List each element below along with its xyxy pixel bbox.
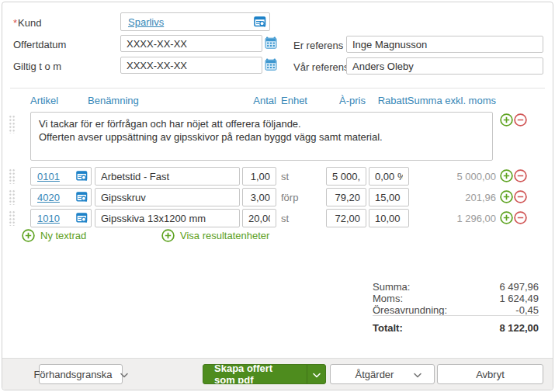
row-remove-icon[interactable]	[514, 211, 527, 224]
visa-resultatenheter-label: Visa resultatenheter	[180, 230, 269, 241]
row-drag-handle-icon[interactable]	[9, 210, 16, 226]
visa-resultatenheter-button[interactable]: Visa resultatenheter	[161, 229, 269, 242]
benamning-input[interactable]	[95, 188, 240, 206]
text-row-line2: Offerten avser uppsättning av gipsskivor…	[39, 130, 484, 144]
rabatt-input[interactable]	[369, 167, 409, 186]
oresavrundning-value: -0,45	[515, 304, 539, 316]
row-drag-handle-icon[interactable]	[9, 168, 16, 184]
artikel-lookup-icon[interactable]	[76, 213, 88, 224]
artikel-lookup-icon[interactable]	[76, 171, 88, 182]
summa-label: Summa:	[373, 281, 410, 293]
footer-bar: Förhandsgranska Skapa offert som pdf Åtg…	[2, 358, 553, 390]
table-row: 1010 st 1 296,00	[2, 209, 553, 227]
summa-value: 201,96	[406, 192, 496, 203]
totalt-label: Totalt:	[373, 322, 403, 334]
text-row-input[interactable]: Vi tackar för er förfrågan och har nöjet…	[30, 112, 493, 161]
text-row-line1: Vi tackar för er förfrågan och har nöjet…	[39, 117, 484, 130]
moms-value: 1 624,49	[499, 293, 539, 304]
table-row: 0101 st 5 000,00	[2, 167, 553, 186]
skapa-offert-button[interactable]: Skapa offert som pdf	[203, 364, 326, 384]
offertdatum-input[interactable]	[120, 35, 262, 52]
text-row-add-icon[interactable]	[500, 113, 513, 127]
enhet-value: st	[281, 213, 289, 224]
offertdatum-calendar-icon[interactable]	[264, 36, 277, 50]
col-header-rabatt: Rabatt	[358, 95, 408, 106]
antal-input[interactable]	[242, 209, 276, 227]
giltig-label: Giltig t o m	[13, 61, 61, 72]
kund-label: *Kund	[13, 17, 41, 29]
ny-textrad-label: Ny textrad	[40, 230, 86, 241]
forhandsgranska-button[interactable]: Förhandsgranska	[39, 364, 123, 384]
forhandsgranska-label: Förhandsgranska	[33, 369, 112, 380]
antal-input[interactable]	[242, 188, 276, 206]
skapa-offert-dropdown[interactable]	[307, 365, 325, 383]
col-header-antal: Antal	[227, 95, 276, 106]
apris-input[interactable]	[326, 209, 366, 227]
artikel-field: 0101	[30, 167, 92, 186]
chevron-down-icon	[414, 369, 421, 380]
benamning-input[interactable]	[95, 209, 240, 227]
row-add-icon[interactable]	[500, 190, 513, 203]
skapa-offert-label: Skapa offert som pdf	[203, 365, 307, 383]
row-drag-handle-icon[interactable]	[9, 189, 16, 205]
chevron-down-icon	[120, 369, 128, 380]
col-header-artikel: Artikel	[30, 95, 58, 106]
table-row: 4020 förp 201,96	[2, 188, 553, 206]
apris-input[interactable]	[326, 188, 366, 206]
row-remove-icon[interactable]	[514, 169, 527, 182]
enhet-value: st	[281, 171, 289, 182]
row-remove-icon[interactable]	[514, 190, 527, 203]
summa-value: 1 296,00	[406, 213, 496, 224]
kund-field: Sparlivs	[120, 12, 270, 31]
er-referens-input[interactable]	[346, 36, 543, 53]
ny-textrad-button[interactable]: Ny textrad	[22, 229, 86, 242]
artikel-field: 4020	[30, 188, 92, 206]
avbryt-label: Avbryt	[476, 369, 505, 380]
antal-input[interactable]	[242, 167, 276, 186]
artikel-field: 1010	[30, 209, 92, 227]
benamning-input[interactable]	[95, 167, 240, 186]
var-referens-label: Vår referens	[293, 61, 349, 73]
section-divider	[10, 88, 545, 88]
rabatt-input[interactable]	[369, 188, 409, 206]
kund-lookup-icon[interactable]	[254, 16, 266, 28]
giltig-calendar-icon[interactable]	[264, 57, 277, 71]
col-header-benamning: Benämning	[88, 95, 139, 106]
row-add-icon[interactable]	[500, 169, 513, 182]
text-row-drag-handle-icon[interactable]	[9, 115, 16, 134]
plus-circle-icon	[161, 229, 175, 242]
required-asterisk: *	[13, 17, 17, 29]
atgarder-button[interactable]: Åtgärder	[330, 364, 435, 384]
summary-divider	[373, 315, 539, 316]
artikel-link[interactable]: 1010	[37, 213, 60, 224]
offer-form-panel: *Kund Sparlivs Offertdatum Giltig t o m …	[2, 2, 553, 390]
totalt-value: 8 122,00	[499, 322, 539, 334]
moms-label: Moms:	[373, 293, 403, 304]
summa-value: 5 000,00	[406, 171, 496, 182]
artikel-link[interactable]: 4020	[37, 192, 60, 203]
text-row-remove-icon[interactable]	[514, 113, 527, 127]
artikel-link[interactable]: 0101	[37, 171, 60, 182]
er-referens-label: Er referens	[293, 40, 343, 51]
kund-link[interactable]: Sparlivs	[128, 16, 164, 28]
rabatt-input[interactable]	[369, 209, 409, 227]
oresavrundning-label: Öresavrundning:	[373, 304, 447, 316]
col-header-summa: Summa exkl. moms	[406, 95, 496, 106]
col-header-enhet: Enhet	[281, 95, 307, 106]
giltig-input[interactable]	[120, 57, 262, 74]
plus-circle-icon	[22, 229, 35, 242]
var-referens-input[interactable]	[346, 57, 543, 75]
atgarder-label: Åtgärder	[343, 369, 406, 380]
apris-input[interactable]	[326, 167, 366, 186]
summa-total-value: 6 497,96	[499, 281, 539, 293]
avbryt-button[interactable]: Avbryt	[437, 364, 543, 384]
chevron-down-icon	[313, 367, 321, 381]
artikel-lookup-icon[interactable]	[76, 192, 88, 203]
offertdatum-label: Offertdatum	[13, 39, 66, 50]
row-add-icon[interactable]	[500, 211, 513, 224]
enhet-value: förp	[281, 192, 298, 203]
